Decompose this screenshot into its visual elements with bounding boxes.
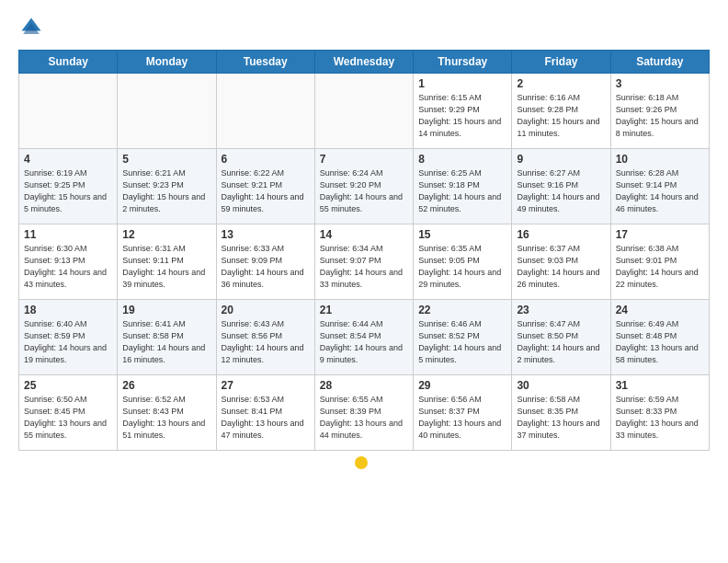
- day-details: Sunrise: 6:28 AM Sunset: 9:14 PM Dayligh…: [616, 167, 704, 215]
- day-number: 31: [616, 379, 704, 392]
- day-number: 12: [122, 228, 210, 241]
- day-number: 18: [24, 304, 112, 316]
- day-details: Sunrise: 6:43 AM Sunset: 8:56 PM Dayligh…: [222, 318, 310, 366]
- calendar-cell: [216, 74, 314, 149]
- calendar-cell: 25Sunrise: 6:50 AM Sunset: 8:45 PM Dayli…: [19, 375, 118, 451]
- calendar-cell: [314, 74, 413, 149]
- calendar-cell: 20Sunrise: 6:43 AM Sunset: 8:56 PM Dayli…: [216, 300, 314, 375]
- day-number: 13: [222, 228, 310, 241]
- day-number: 7: [320, 153, 408, 166]
- day-details: Sunrise: 6:33 AM Sunset: 9:09 PM Dayligh…: [222, 243, 310, 291]
- day-number: 15: [418, 228, 506, 241]
- day-number: 20: [222, 304, 310, 316]
- header-row: Sunday Monday Tuesday Wednesday Thursday…: [19, 51, 710, 74]
- calendar-cell: 12Sunrise: 6:31 AM Sunset: 9:11 PM Dayli…: [118, 224, 216, 300]
- day-number: 8: [418, 153, 506, 166]
- calendar-cell: 28Sunrise: 6:55 AM Sunset: 8:39 PM Dayli…: [314, 375, 413, 451]
- calendar-cell: 16Sunrise: 6:37 AM Sunset: 9:03 PM Dayli…: [512, 224, 610, 300]
- day-details: Sunrise: 6:59 AM Sunset: 8:33 PM Dayligh…: [616, 394, 704, 442]
- calendar-week-0: 1Sunrise: 6:15 AM Sunset: 9:29 PM Daylig…: [19, 74, 710, 149]
- day-details: Sunrise: 6:41 AM Sunset: 8:58 PM Dayligh…: [122, 318, 210, 366]
- day-details: Sunrise: 6:24 AM Sunset: 9:20 PM Dayligh…: [320, 167, 408, 215]
- day-number: 5: [122, 153, 210, 166]
- calendar-cell: 30Sunrise: 6:58 AM Sunset: 8:35 PM Dayli…: [512, 375, 610, 451]
- day-details: Sunrise: 6:25 AM Sunset: 9:18 PM Dayligh…: [418, 167, 506, 215]
- day-details: Sunrise: 6:46 AM Sunset: 8:52 PM Dayligh…: [418, 318, 506, 366]
- calendar-cell: 19Sunrise: 6:41 AM Sunset: 8:58 PM Dayli…: [118, 300, 216, 375]
- day-details: Sunrise: 6:50 AM Sunset: 8:45 PM Dayligh…: [24, 394, 112, 442]
- header: [18, 15, 710, 40]
- calendar-cell: 21Sunrise: 6:44 AM Sunset: 8:54 PM Dayli…: [314, 300, 413, 375]
- day-details: Sunrise: 6:22 AM Sunset: 9:21 PM Dayligh…: [222, 167, 310, 215]
- col-wednesday: Wednesday: [314, 51, 413, 74]
- day-details: Sunrise: 6:27 AM Sunset: 9:16 PM Dayligh…: [517, 167, 605, 215]
- calendar-cell: [118, 74, 216, 149]
- day-details: Sunrise: 6:52 AM Sunset: 8:43 PM Dayligh…: [122, 394, 210, 442]
- day-number: 29: [418, 379, 506, 392]
- day-number: 6: [222, 153, 310, 166]
- day-details: Sunrise: 6:31 AM Sunset: 9:11 PM Dayligh…: [122, 243, 210, 291]
- day-details: Sunrise: 6:55 AM Sunset: 8:39 PM Dayligh…: [320, 394, 408, 442]
- day-number: 23: [517, 304, 605, 316]
- calendar-cell: 17Sunrise: 6:38 AM Sunset: 9:01 PM Dayli…: [610, 224, 709, 300]
- col-sunday: Sunday: [19, 51, 118, 74]
- day-details: Sunrise: 6:19 AM Sunset: 9:25 PM Dayligh…: [24, 167, 112, 215]
- calendar-cell: 4Sunrise: 6:19 AM Sunset: 9:25 PM Daylig…: [19, 149, 118, 224]
- sun-icon: [355, 456, 368, 469]
- day-number: 1: [418, 77, 506, 90]
- calendar-cell: 13Sunrise: 6:33 AM Sunset: 9:09 PM Dayli…: [216, 224, 314, 300]
- day-details: Sunrise: 6:37 AM Sunset: 9:03 PM Dayligh…: [517, 243, 605, 291]
- calendar-cell: 26Sunrise: 6:52 AM Sunset: 8:43 PM Dayli…: [118, 375, 216, 451]
- calendar-week-4: 25Sunrise: 6:50 AM Sunset: 8:45 PM Dayli…: [19, 375, 710, 451]
- logo: [18, 15, 48, 40]
- day-number: 28: [320, 379, 408, 392]
- day-details: Sunrise: 6:44 AM Sunset: 8:54 PM Dayligh…: [320, 318, 408, 366]
- day-number: 17: [616, 228, 704, 241]
- calendar-cell: 5Sunrise: 6:21 AM Sunset: 9:23 PM Daylig…: [118, 149, 216, 224]
- day-number: 19: [122, 304, 210, 316]
- calendar-cell: 7Sunrise: 6:24 AM Sunset: 9:20 PM Daylig…: [314, 149, 413, 224]
- page: Sunday Monday Tuesday Wednesday Thursday…: [0, 0, 728, 478]
- day-details: Sunrise: 6:49 AM Sunset: 8:48 PM Dayligh…: [616, 318, 704, 366]
- day-number: 2: [517, 77, 605, 90]
- calendar-cell: 29Sunrise: 6:56 AM Sunset: 8:37 PM Dayli…: [414, 375, 512, 451]
- calendar-cell: 11Sunrise: 6:30 AM Sunset: 9:13 PM Dayli…: [19, 224, 118, 300]
- calendar-cell: 3Sunrise: 6:18 AM Sunset: 9:26 PM Daylig…: [610, 74, 709, 149]
- day-details: Sunrise: 6:30 AM Sunset: 9:13 PM Dayligh…: [24, 243, 112, 291]
- day-number: 3: [616, 77, 704, 90]
- calendar-cell: 6Sunrise: 6:22 AM Sunset: 9:21 PM Daylig…: [216, 149, 314, 224]
- calendar-cell: 22Sunrise: 6:46 AM Sunset: 8:52 PM Dayli…: [414, 300, 512, 375]
- col-thursday: Thursday: [414, 51, 512, 74]
- col-saturday: Saturday: [610, 51, 709, 74]
- footer: [18, 456, 710, 469]
- day-details: Sunrise: 6:53 AM Sunset: 8:41 PM Dayligh…: [222, 394, 310, 442]
- calendar-cell: 1Sunrise: 6:15 AM Sunset: 9:29 PM Daylig…: [414, 74, 512, 149]
- day-number: 30: [517, 379, 605, 392]
- day-number: 16: [517, 228, 605, 241]
- day-number: 10: [616, 153, 704, 166]
- col-tuesday: Tuesday: [216, 51, 314, 74]
- day-details: Sunrise: 6:15 AM Sunset: 9:29 PM Dayligh…: [418, 92, 506, 140]
- calendar-cell: 18Sunrise: 6:40 AM Sunset: 8:59 PM Dayli…: [19, 300, 118, 375]
- day-details: Sunrise: 6:47 AM Sunset: 8:50 PM Dayligh…: [517, 318, 605, 366]
- calendar-cell: 24Sunrise: 6:49 AM Sunset: 8:48 PM Dayli…: [610, 300, 709, 375]
- col-monday: Monday: [118, 51, 216, 74]
- calendar-cell: 23Sunrise: 6:47 AM Sunset: 8:50 PM Dayli…: [512, 300, 610, 375]
- day-number: 4: [24, 153, 112, 166]
- day-details: Sunrise: 6:21 AM Sunset: 9:23 PM Dayligh…: [122, 167, 210, 215]
- calendar-week-3: 18Sunrise: 6:40 AM Sunset: 8:59 PM Dayli…: [19, 300, 710, 375]
- day-number: 25: [24, 379, 112, 392]
- calendar-cell: 15Sunrise: 6:35 AM Sunset: 9:05 PM Dayli…: [414, 224, 512, 300]
- day-number: 14: [320, 228, 408, 241]
- day-details: Sunrise: 6:38 AM Sunset: 9:01 PM Dayligh…: [616, 243, 704, 291]
- day-details: Sunrise: 6:58 AM Sunset: 8:35 PM Dayligh…: [517, 394, 605, 442]
- calendar-body: 1Sunrise: 6:15 AM Sunset: 9:29 PM Daylig…: [19, 74, 710, 451]
- day-number: 22: [418, 304, 506, 316]
- logo-icon: [18, 15, 44, 40]
- calendar-cell: 31Sunrise: 6:59 AM Sunset: 8:33 PM Dayli…: [610, 375, 709, 451]
- day-details: Sunrise: 6:40 AM Sunset: 8:59 PM Dayligh…: [24, 318, 112, 366]
- day-details: Sunrise: 6:34 AM Sunset: 9:07 PM Dayligh…: [320, 243, 408, 291]
- day-number: 26: [122, 379, 210, 392]
- calendar-cell: 27Sunrise: 6:53 AM Sunset: 8:41 PM Dayli…: [216, 375, 314, 451]
- day-number: 11: [24, 228, 112, 241]
